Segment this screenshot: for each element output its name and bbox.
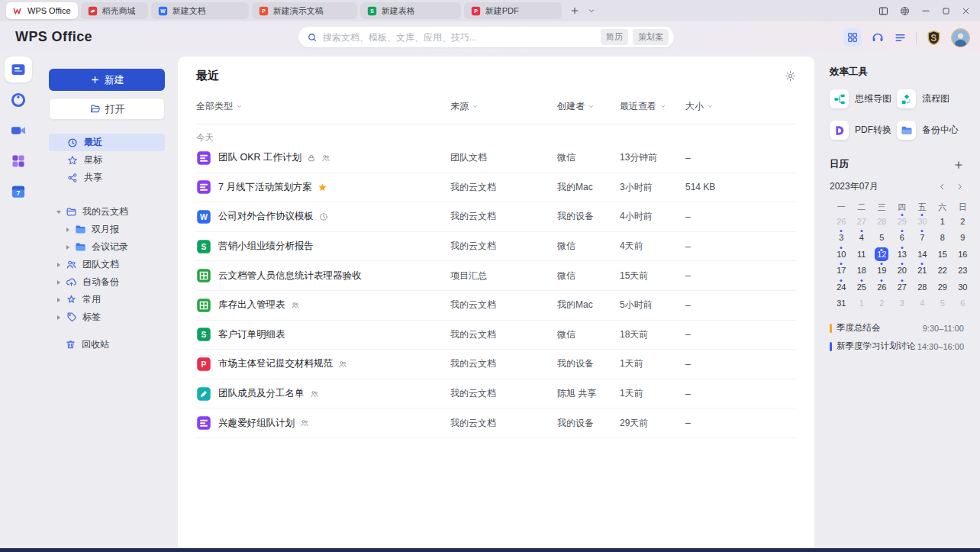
rail-meeting[interactable] — [5, 118, 32, 144]
file-row[interactable]: 团队 OKR 工作计划团队文档微信13分钟前– — [196, 144, 796, 173]
calendar-day[interactable]: 1 — [933, 213, 953, 230]
sidebar-item-starred[interactable]: 星标 — [49, 151, 165, 169]
chevron-right-arrow[interactable] — [55, 296, 62, 303]
settings-gear-icon[interactable] — [785, 70, 796, 82]
calendar-day[interactable]: 6 — [953, 295, 973, 312]
calendar-day[interactable]: 23 — [953, 263, 973, 279]
sidebar-item-team-docs[interactable]: 团队文档 — [49, 256, 165, 273]
calendar-day[interactable]: 20 — [892, 263, 913, 279]
tab-new-presentation[interactable]: P新建演示文稿 — [252, 2, 357, 19]
calendar-day[interactable]: 27 — [892, 279, 913, 295]
calendar-day[interactable]: 18 — [852, 263, 872, 279]
calendar-day[interactable]: 16 — [953, 246, 973, 263]
event-quarterly-summary[interactable]: 季度总结会9:30–11:00 — [830, 322, 964, 334]
file-row[interactable]: 7 月线下活动策划方案我的云文档我的Mac3小时前514 KB — [196, 173, 796, 203]
add-event-plus-icon[interactable] — [953, 160, 964, 170]
calendar-day[interactable]: 26 — [872, 279, 892, 295]
calendar-day[interactable]: 9 — [953, 230, 973, 247]
support-headset-icon[interactable] — [871, 31, 885, 44]
calendar-day[interactable]: 19 — [872, 263, 892, 279]
calendar-prev-icon[interactable] — [938, 182, 946, 191]
filter-creator[interactable]: 创建者 — [557, 100, 620, 113]
tab-new-doc[interactable]: W新建文档 — [151, 2, 249, 19]
tool-mindmap[interactable]: 思维导图 — [830, 89, 897, 108]
filter-size[interactable]: 大小 — [685, 100, 796, 113]
new-button[interactable]: 新建 — [49, 69, 165, 91]
calendar-day[interactable]: 5 — [933, 295, 953, 312]
file-row[interactable]: W公司对外合作协议模板我的云文档我的设备4小时前– — [196, 202, 796, 232]
rail-docer[interactable] — [5, 87, 32, 113]
tab-new-sheet[interactable]: S新建表格 — [360, 2, 461, 19]
calendar-day[interactable]: 30 — [953, 279, 973, 295]
tab-new-pdf[interactable]: P新建PDF — [464, 2, 562, 19]
filter-all-types[interactable]: 全部类型 — [196, 100, 450, 113]
chevron-down-arrow[interactable] — [55, 208, 62, 215]
calendar-day[interactable]: 28 — [872, 213, 892, 230]
calendar-day[interactable]: 30 — [912, 213, 933, 230]
calendar-day[interactable]: 21 — [912, 263, 933, 279]
chevron-right-arrow[interactable] — [64, 244, 71, 250]
calendar-day[interactable]: 17 — [831, 263, 852, 279]
calendar-day[interactable]: 2 — [872, 295, 892, 312]
sidebar-item-shared[interactable]: 共享 — [49, 169, 165, 186]
calendar-day[interactable]: 28 — [912, 279, 933, 295]
sidebar-item-auto-backup[interactable]: 自动备份 — [49, 273, 165, 291]
event-study-plan-discussion[interactable]: 新季度学习计划讨论14:30–16:00 — [830, 341, 964, 352]
tab-wps-office[interactable]: WPS Office — [6, 2, 78, 19]
sidebar-item-my-cloud-docs[interactable]: 我的云文档 — [49, 203, 165, 221]
search-bar[interactable]: 简历策划案 — [298, 27, 674, 47]
sidebar-item-frequent[interactable]: 常用 — [49, 291, 165, 308]
calendar-day[interactable]: 14 — [912, 246, 933, 263]
calendar-day[interactable]: 5 — [872, 230, 892, 247]
file-row[interactable]: 兴趣爱好组队计划我的云文档我的设备29天前– — [196, 408, 796, 438]
sidebar-item-recent[interactable]: 最近 — [49, 134, 165, 151]
sidebar-item-meeting-notes[interactable]: 会议记录 — [49, 238, 165, 256]
calendar-day[interactable]: 10 — [831, 246, 852, 263]
calendar-day[interactable]: 4 — [912, 295, 933, 312]
tool-backup-center[interactable]: 备份中心 — [897, 121, 964, 140]
calendar-day[interactable]: 26 — [831, 213, 852, 230]
file-row[interactable]: S营销小组业绩分析报告我的云文档微信4天前– — [196, 232, 796, 262]
maximize-button[interactable] — [941, 6, 951, 16]
open-button[interactable]: 打开 — [49, 98, 165, 120]
tool-flowchart[interactable]: 流程图 — [897, 89, 964, 108]
file-row[interactable]: 团队成员及分工名单我的云文档陈旭 共享1天前– — [196, 379, 796, 409]
user-avatar[interactable] — [951, 28, 970, 47]
search-tag[interactable]: 简历 — [601, 29, 628, 45]
sidebar-item-trash[interactable]: 回收站 — [49, 338, 165, 351]
rail-calendar[interactable]: 7 — [5, 179, 32, 205]
calendar-day[interactable]: 11 — [852, 246, 872, 263]
sidebar-item-tags[interactable]: 标签 — [49, 308, 165, 326]
chevron-right-arrow[interactable] — [55, 261, 62, 268]
search-tag[interactable]: 策划案 — [633, 29, 669, 45]
calendar-day[interactable]: 29 — [892, 213, 913, 230]
calendar-day[interactable]: 1 — [852, 295, 872, 312]
toggle-panel-icon[interactable] — [878, 5, 889, 17]
calendar-day[interactable]: 7 — [912, 230, 933, 247]
calendar-next-icon[interactable] — [956, 182, 964, 191]
sidebar-item-bimonthly-report[interactable]: 双月报 — [49, 221, 165, 238]
calendar-day[interactable]: 4 — [852, 230, 872, 247]
chevron-right-arrow[interactable] — [55, 279, 62, 286]
calendar-day[interactable]: 2 — [953, 213, 973, 230]
globe-icon[interactable] — [899, 5, 911, 17]
chevron-right-arrow[interactable] — [55, 314, 62, 321]
tab-list-chevron-icon[interactable] — [587, 6, 596, 15]
calendar-day[interactable]: 27 — [852, 213, 872, 230]
search-input[interactable] — [323, 32, 601, 43]
calendar-day[interactable]: 22 — [933, 263, 953, 279]
menu-lines-icon[interactable] — [894, 31, 907, 44]
calendar-day[interactable]: 3 — [831, 230, 852, 247]
calendar-day[interactable]: 24 — [831, 279, 852, 295]
calendar-day[interactable]: 12 — [872, 246, 892, 263]
file-row[interactable]: P市场主体登记提交材料规范我的云文档我的设备1天前– — [196, 350, 796, 379]
new-tab-plus-icon[interactable] — [569, 5, 580, 16]
file-row[interactable]: S客户订单明细表我的云文档微信18天前– — [196, 321, 796, 350]
filter-recent-viewed[interactable]: 最近查看 — [620, 100, 685, 113]
apps-grid-button[interactable] — [843, 28, 862, 47]
calendar-day[interactable]: 25 — [852, 279, 872, 295]
calendar-day[interactable]: 29 — [933, 279, 953, 295]
tool-pdf-convert[interactable]: PDF转换 — [830, 121, 897, 140]
minimize-button[interactable] — [920, 5, 931, 16]
chevron-right-arrow[interactable] — [64, 226, 71, 233]
